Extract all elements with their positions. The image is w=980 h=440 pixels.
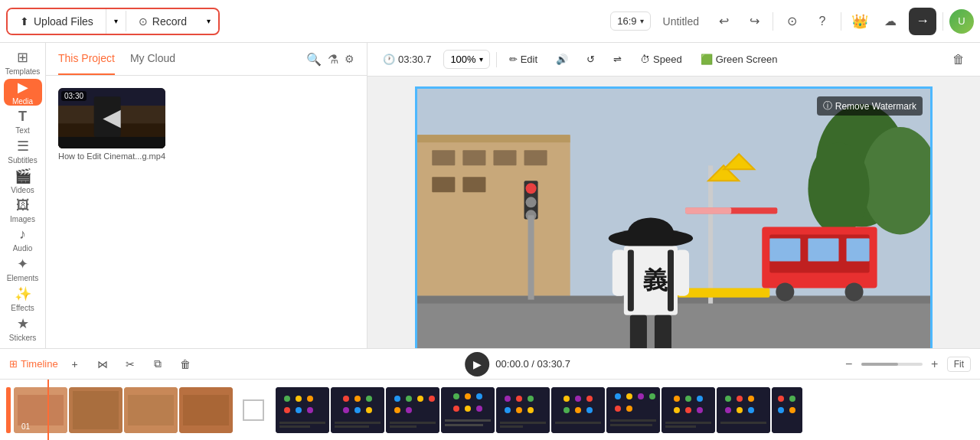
svg-point-81 — [406, 407, 412, 413]
copy-button[interactable]: ⧉ — [147, 354, 168, 375]
svg-rect-12 — [524, 150, 547, 165]
zoom-slider[interactable] — [861, 363, 923, 366]
zoom-out-button[interactable]: − — [840, 355, 858, 373]
svg-point-89 — [465, 406, 471, 412]
divider-preview — [496, 52, 497, 67]
sidebar-item-media[interactable]: ▶ Media — [4, 79, 42, 106]
divider-1 — [773, 12, 773, 31]
time-display-button[interactable]: 🕐 03:30.7 — [377, 51, 437, 68]
add-track-button[interactable]: + — [64, 354, 86, 375]
audio-icon: ♪ — [19, 227, 26, 243]
svg-point-105 — [586, 396, 593, 402]
sidebar-item-effects[interactable]: ✨ Effects — [4, 285, 42, 312]
record-button[interactable]: ⊙ Record — [126, 9, 199, 34]
reverse-button[interactable]: ↺ — [580, 51, 601, 68]
zoom-in-button[interactable]: + — [926, 355, 944, 373]
sidebar-item-videos[interactable]: 🎬 Videos — [4, 168, 42, 194]
search-icon[interactable]: 🔍 — [306, 52, 322, 67]
split-button[interactable]: ⋈ — [92, 354, 113, 375]
upload-files-button[interactable]: ⬆ Upload Files — [8, 9, 106, 34]
clock-icon: 🕐 — [383, 54, 395, 65]
track-thumb-1 — [69, 387, 122, 433]
svg-rect-92 — [445, 424, 483, 426]
left-sidebar: ⊞ Templates ▶ Media T Text ☰ Subtitles 🎬… — [0, 43, 46, 348]
sidebar-item-text[interactable]: T Text — [4, 109, 42, 135]
media-panel: This Project My Cloud 🔍 ⚗ ⚙ — [46, 43, 368, 348]
record-label: Record — [152, 15, 187, 28]
audio-wave-icon: 🔊 — [556, 54, 568, 65]
elements-icon: ✦ — [17, 256, 28, 272]
svg-point-45 — [526, 197, 537, 207]
speed-button[interactable]: ⏱ Speed — [634, 51, 688, 68]
cloud-button[interactable]: ☁ — [878, 9, 903, 34]
preview-canvas-area: ⓘ Remove Watermark — [368, 77, 980, 348]
remove-watermark-button[interactable]: ⓘ Remove Watermark — [817, 96, 923, 116]
redo-button[interactable]: ↪ — [742, 9, 766, 34]
ratio-selector[interactable]: 16:9 ▾ — [610, 11, 650, 31]
fit-button[interactable]: Fit — [947, 357, 971, 372]
svg-rect-135 — [720, 422, 766, 424]
trash-track-icon: 🗑 — [180, 358, 191, 370]
tab-this-project[interactable]: This Project — [58, 43, 115, 75]
snapshot-button[interactable]: ⊙ — [779, 9, 804, 34]
upload-icon: ⬆ — [20, 15, 29, 28]
svg-rect-37 — [628, 249, 634, 311]
undo-button[interactable]: ↩ — [711, 9, 736, 34]
divider-2 — [841, 12, 841, 31]
media-item[interactable]: 03:30 How to Edit Cinemat...g.mp4 — [58, 88, 165, 161]
help-button[interactable]: ? — [810, 9, 835, 34]
sidebar-label-media: Media — [12, 97, 33, 106]
svg-point-69 — [366, 396, 372, 402]
avatar[interactable]: U — [949, 9, 974, 34]
upload-chevron-button[interactable]: ▾ — [106, 11, 126, 31]
templates-icon: ⊞ — [17, 49, 28, 66]
time-current: 00:00.0 / 03:30.7 — [495, 358, 570, 370]
sidebar-item-images[interactable]: 🖼 Images — [4, 197, 42, 223]
record-chevron-button[interactable]: ▾ — [199, 11, 218, 31]
export-button[interactable]: → — [909, 8, 936, 35]
play-button[interactable]: ▶ — [465, 352, 489, 376]
sidebar-item-subtitles[interactable]: ☰ Subtitles — [4, 138, 42, 165]
svg-point-67 — [343, 396, 349, 402]
svg-rect-47 — [528, 215, 534, 299]
svg-point-138 — [789, 396, 795, 402]
sidebar-item-elements[interactable]: ✦ Elements — [4, 256, 42, 282]
delete-button[interactable]: 🗑 — [946, 50, 971, 70]
svg-point-121 — [685, 396, 691, 402]
svg-point-58 — [284, 396, 290, 402]
svg-point-90 — [476, 406, 482, 412]
sidebar-item-audio[interactable]: ♪ Audio — [4, 227, 42, 253]
tab-my-cloud[interactable]: My Cloud — [130, 43, 175, 75]
audio-button[interactable]: 🔊 — [550, 51, 574, 68]
svg-point-76 — [394, 396, 400, 402]
svg-rect-41 — [630, 315, 647, 348]
svg-rect-100 — [500, 422, 546, 424]
timeline-text: Timeline — [21, 358, 58, 370]
svg-rect-54 — [128, 395, 174, 425]
green-screen-button[interactable]: 🟩 Green Screen — [694, 51, 784, 68]
crown-button[interactable]: 👑 — [848, 9, 872, 34]
preview-toolbar: 🕐 03:30.7 100% ▾ ✏ Edit 🔊 ↺ ⇌ ⏱ — [368, 43, 980, 77]
track-indicator — [6, 387, 11, 433]
cut-button[interactable]: ✂ — [119, 354, 141, 375]
crown-icon: 👑 — [851, 13, 868, 30]
filter-icon[interactable]: ⚗ — [328, 52, 338, 67]
sort-icon[interactable]: ⚙ — [345, 53, 354, 65]
camera-icon: ⊙ — [787, 14, 797, 28]
edit-button[interactable]: ✏ Edit — [503, 51, 544, 68]
svg-rect-39 — [612, 249, 626, 295]
delete-track-button[interactable]: 🗑 — [175, 354, 196, 375]
sidebar-item-stickers[interactable]: ★ Stickers — [4, 315, 42, 342]
track-row: 01 — [6, 383, 802, 437]
zoom-selector[interactable]: 100% ▾ — [443, 50, 489, 69]
preview-canvas: ⓘ Remove Watermark — [417, 89, 930, 348]
svg-point-59 — [296, 396, 302, 402]
flip-button[interactable]: ⇌ — [607, 51, 628, 68]
svg-point-116 — [626, 406, 632, 412]
svg-rect-117 — [610, 419, 656, 422]
svg-rect-52 — [73, 391, 119, 429]
sidebar-item-templates[interactable]: ⊞ Templates — [4, 49, 42, 76]
info-icon: ⓘ — [823, 99, 832, 112]
split-icon: ⋈ — [97, 358, 108, 370]
track-thumb-2 — [124, 387, 178, 433]
